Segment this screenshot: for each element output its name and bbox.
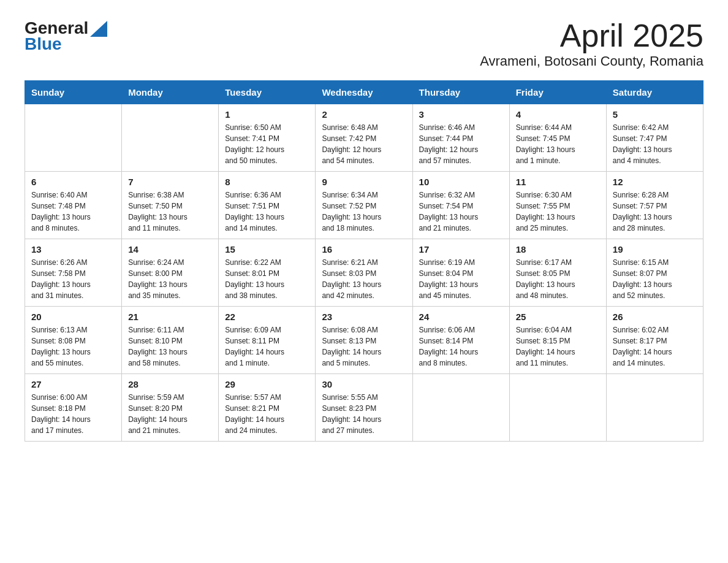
day-number: 7: [128, 177, 212, 187]
day-info: Sunrise: 6:22 AM Sunset: 8:01 PM Dayligh…: [225, 257, 309, 301]
day-number: 9: [322, 177, 406, 187]
day-number: 6: [31, 177, 115, 187]
day-info: Sunrise: 6:17 AM Sunset: 8:05 PM Dayligh…: [516, 257, 600, 301]
calendar-day-cell: 17Sunrise: 6:19 AM Sunset: 8:04 PM Dayli…: [412, 239, 509, 307]
day-number: 8: [225, 177, 309, 187]
day-number: 24: [419, 312, 503, 322]
calendar-day-cell: 1Sunrise: 6:50 AM Sunset: 7:41 PM Daylig…: [219, 104, 316, 172]
page-subtitle: Avrameni, Botosani County, Romania: [480, 53, 703, 69]
calendar-day-cell: 29Sunrise: 5:57 AM Sunset: 8:21 PM Dayli…: [219, 374, 316, 442]
calendar-day-cell: 18Sunrise: 6:17 AM Sunset: 8:05 PM Dayli…: [509, 239, 606, 307]
day-info: Sunrise: 6:19 AM Sunset: 8:04 PM Dayligh…: [419, 257, 503, 301]
day-number: 20: [31, 312, 115, 322]
calendar-day-cell: 26Sunrise: 6:02 AM Sunset: 8:17 PM Dayli…: [606, 307, 703, 374]
day-info: Sunrise: 6:04 AM Sunset: 8:15 PM Dayligh…: [516, 324, 600, 369]
day-number: 17: [419, 244, 503, 255]
day-info: Sunrise: 6:32 AM Sunset: 7:54 PM Dayligh…: [419, 190, 503, 234]
day-number: 22: [225, 312, 309, 322]
day-number: 30: [322, 379, 406, 389]
day-info: Sunrise: 6:50 AM Sunset: 7:41 PM Dayligh…: [225, 122, 309, 166]
day-number: 3: [419, 109, 503, 120]
svg-marker-0: [90, 21, 107, 37]
calendar-day-header: Monday: [122, 81, 219, 104]
calendar-day-cell: 3Sunrise: 6:46 AM Sunset: 7:44 PM Daylig…: [412, 104, 509, 172]
calendar-day-header: Thursday: [412, 81, 509, 104]
day-number: 16: [322, 244, 406, 255]
calendar-week-row: 6Sunrise: 6:40 AM Sunset: 7:48 PM Daylig…: [25, 172, 703, 239]
day-info: Sunrise: 6:09 AM Sunset: 8:11 PM Dayligh…: [225, 324, 309, 369]
day-info: Sunrise: 6:34 AM Sunset: 7:52 PM Dayligh…: [322, 190, 406, 234]
calendar-day-cell: 20Sunrise: 6:13 AM Sunset: 8:08 PM Dayli…: [25, 307, 122, 374]
calendar-day-cell: 10Sunrise: 6:32 AM Sunset: 7:54 PM Dayli…: [412, 172, 509, 239]
logo: General Blue: [25, 18, 107, 54]
day-number: 19: [613, 244, 697, 255]
day-number: 27: [31, 379, 115, 389]
day-info: Sunrise: 6:11 AM Sunset: 8:10 PM Dayligh…: [128, 324, 212, 369]
calendar-day-cell: [606, 374, 703, 442]
calendar-week-row: 20Sunrise: 6:13 AM Sunset: 8:08 PM Dayli…: [25, 307, 703, 374]
day-number: 26: [613, 312, 697, 322]
day-info: Sunrise: 6:30 AM Sunset: 7:55 PM Dayligh…: [516, 190, 600, 234]
day-number: 4: [516, 109, 600, 120]
calendar-header-row: SundayMondayTuesdayWednesdayThursdayFrid…: [25, 81, 703, 104]
day-info: Sunrise: 6:15 AM Sunset: 8:07 PM Dayligh…: [613, 257, 697, 301]
page-title: April 2025: [480, 18, 703, 53]
day-number: 5: [613, 109, 697, 120]
calendar-day-cell: 21Sunrise: 6:11 AM Sunset: 8:10 PM Dayli…: [122, 307, 219, 374]
calendar-day-cell: 23Sunrise: 6:08 AM Sunset: 8:13 PM Dayli…: [316, 307, 412, 374]
day-number: 1: [225, 109, 309, 120]
day-info: Sunrise: 5:59 AM Sunset: 8:20 PM Dayligh…: [128, 392, 212, 436]
calendar-day-cell: 30Sunrise: 5:55 AM Sunset: 8:23 PM Dayli…: [316, 374, 412, 442]
day-info: Sunrise: 5:57 AM Sunset: 8:21 PM Dayligh…: [225, 392, 309, 436]
calendar-day-cell: 14Sunrise: 6:24 AM Sunset: 8:00 PM Dayli…: [122, 239, 219, 307]
calendar-week-row: 13Sunrise: 6:26 AM Sunset: 7:58 PM Dayli…: [25, 239, 703, 307]
day-number: 14: [128, 244, 212, 255]
calendar-day-cell: 11Sunrise: 6:30 AM Sunset: 7:55 PM Dayli…: [509, 172, 606, 239]
calendar-day-cell: 6Sunrise: 6:40 AM Sunset: 7:48 PM Daylig…: [25, 172, 122, 239]
calendar-day-header: Saturday: [606, 81, 703, 104]
calendar-table: SundayMondayTuesdayWednesdayThursdayFrid…: [25, 80, 703, 442]
calendar-day-cell: 15Sunrise: 6:22 AM Sunset: 8:01 PM Dayli…: [219, 239, 316, 307]
day-number: 23: [322, 312, 406, 322]
page-header: General Blue April 2025 Avrameni, Botosa…: [25, 18, 703, 69]
calendar-day-cell: 7Sunrise: 6:38 AM Sunset: 7:50 PM Daylig…: [122, 172, 219, 239]
calendar-day-cell: 9Sunrise: 6:34 AM Sunset: 7:52 PM Daylig…: [316, 172, 412, 239]
day-info: Sunrise: 6:28 AM Sunset: 7:57 PM Dayligh…: [613, 190, 697, 234]
day-info: Sunrise: 6:08 AM Sunset: 8:13 PM Dayligh…: [322, 324, 406, 369]
calendar-day-cell: 5Sunrise: 6:42 AM Sunset: 7:47 PM Daylig…: [606, 104, 703, 172]
day-info: Sunrise: 6:42 AM Sunset: 7:47 PM Dayligh…: [613, 122, 697, 166]
title-block: April 2025 Avrameni, Botosani County, Ro…: [480, 18, 703, 69]
day-info: Sunrise: 6:46 AM Sunset: 7:44 PM Dayligh…: [419, 122, 503, 166]
calendar-day-header: Friday: [509, 81, 606, 104]
day-number: 13: [31, 244, 115, 255]
calendar-day-cell: 22Sunrise: 6:09 AM Sunset: 8:11 PM Dayli…: [219, 307, 316, 374]
day-info: Sunrise: 6:48 AM Sunset: 7:42 PM Dayligh…: [322, 122, 406, 166]
day-number: 28: [128, 379, 212, 389]
calendar-day-cell: [122, 104, 219, 172]
calendar-day-cell: 4Sunrise: 6:44 AM Sunset: 7:45 PM Daylig…: [509, 104, 606, 172]
calendar-day-header: Sunday: [25, 81, 122, 104]
calendar-day-cell: 8Sunrise: 6:36 AM Sunset: 7:51 PM Daylig…: [219, 172, 316, 239]
day-info: Sunrise: 6:06 AM Sunset: 8:14 PM Dayligh…: [419, 324, 503, 369]
calendar-day-cell: 2Sunrise: 6:48 AM Sunset: 7:42 PM Daylig…: [316, 104, 412, 172]
calendar-day-cell: [412, 374, 509, 442]
day-info: Sunrise: 6:24 AM Sunset: 8:00 PM Dayligh…: [128, 257, 212, 301]
calendar-day-cell: 13Sunrise: 6:26 AM Sunset: 7:58 PM Dayli…: [25, 239, 122, 307]
day-info: Sunrise: 6:00 AM Sunset: 8:18 PM Dayligh…: [31, 392, 115, 436]
calendar-day-cell: 12Sunrise: 6:28 AM Sunset: 7:57 PM Dayli…: [606, 172, 703, 239]
day-info: Sunrise: 6:13 AM Sunset: 8:08 PM Dayligh…: [31, 324, 115, 369]
calendar-day-cell: [509, 374, 606, 442]
day-number: 25: [516, 312, 600, 322]
day-info: Sunrise: 6:21 AM Sunset: 8:03 PM Dayligh…: [322, 257, 406, 301]
day-info: Sunrise: 6:38 AM Sunset: 7:50 PM Dayligh…: [128, 190, 212, 234]
day-number: 10: [419, 177, 503, 187]
calendar-day-cell: [25, 104, 122, 172]
calendar-day-cell: 19Sunrise: 6:15 AM Sunset: 8:07 PM Dayli…: [606, 239, 703, 307]
day-info: Sunrise: 6:44 AM Sunset: 7:45 PM Dayligh…: [516, 122, 600, 166]
day-info: Sunrise: 6:26 AM Sunset: 7:58 PM Dayligh…: [31, 257, 115, 301]
day-number: 29: [225, 379, 309, 389]
day-number: 11: [516, 177, 600, 187]
day-info: Sunrise: 6:36 AM Sunset: 7:51 PM Dayligh…: [225, 190, 309, 234]
day-info: Sunrise: 6:40 AM Sunset: 7:48 PM Dayligh…: [31, 190, 115, 234]
calendar-week-row: 27Sunrise: 6:00 AM Sunset: 8:18 PM Dayli…: [25, 374, 703, 442]
